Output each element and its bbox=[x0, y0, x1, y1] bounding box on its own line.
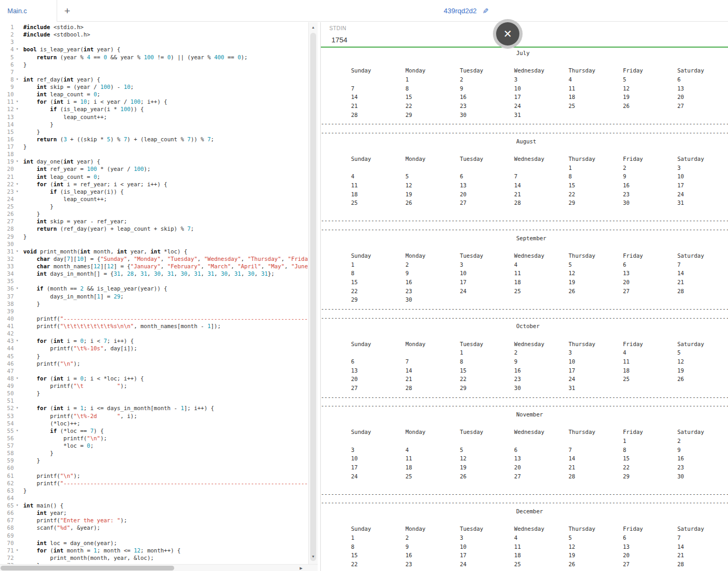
fold-marker-icon[interactable] bbox=[14, 367, 21, 375]
code-line[interactable]: int skip = year - ref_year; bbox=[23, 217, 308, 225]
code-line[interactable]: return (year % 4 == 0 && year % 100 != 0… bbox=[23, 53, 308, 61]
tab-main-c[interactable]: Main.c bbox=[0, 0, 57, 22]
code-line[interactable]: if (month == 2 && is_leap_year(year)) { bbox=[23, 285, 308, 292]
fold-marker-icon[interactable]: ▾ bbox=[14, 98, 21, 105]
code-line[interactable]: void print_month(int month, int year, in… bbox=[23, 248, 308, 255]
fold-marker-icon[interactable] bbox=[14, 554, 21, 561]
fold-marker-icon[interactable]: ▾ bbox=[14, 105, 21, 113]
fold-marker-icon[interactable]: ▾ bbox=[14, 404, 21, 412]
fold-marker-icon[interactable] bbox=[14, 195, 21, 203]
scroll-down-arrow-icon[interactable]: ▼ bbox=[309, 555, 318, 558]
fold-marker-icon[interactable] bbox=[14, 539, 21, 547]
fold-marker-icon[interactable] bbox=[14, 165, 21, 173]
code-line[interactable] bbox=[23, 494, 308, 502]
fold-marker-icon[interactable]: ▾ bbox=[14, 285, 21, 292]
fold-marker-icon[interactable] bbox=[14, 397, 21, 404]
code-line[interactable] bbox=[23, 367, 308, 375]
code-line[interactable]: #include <stdio.h> bbox=[23, 23, 308, 31]
code-line[interactable]: printf("\n"); bbox=[23, 472, 308, 479]
fold-marker-icon[interactable] bbox=[14, 464, 21, 472]
fold-marker-icon[interactable] bbox=[14, 270, 21, 277]
code-line[interactable]: return (ref_day(year) + leap_count + ski… bbox=[23, 225, 308, 232]
fold-marker-icon[interactable] bbox=[14, 262, 21, 270]
fold-marker-icon[interactable] bbox=[14, 113, 21, 121]
fold-marker-icon[interactable] bbox=[14, 61, 21, 68]
code-line[interactable]: printf("\t\t\t\t\t\t\t%s\n\n", month_nam… bbox=[23, 322, 308, 330]
stdin-section[interactable]: STDIN 1754 bbox=[321, 22, 728, 48]
fold-marker-icon[interactable] bbox=[14, 255, 21, 262]
fold-marker-icon[interactable]: ▾ bbox=[14, 46, 21, 53]
fold-marker-icon[interactable] bbox=[14, 532, 21, 539]
code-line[interactable]: int ref_day(int year) { bbox=[23, 76, 308, 83]
fold-marker-icon[interactable] bbox=[14, 150, 21, 158]
fold-marker-icon[interactable] bbox=[14, 143, 21, 150]
code-line[interactable]: *loc = 0; bbox=[23, 442, 308, 449]
code-line[interactable]: bool is_leap_year(int year) { bbox=[23, 46, 308, 53]
code-line[interactable]: for (int i = 0; i < *loc; i++) { bbox=[23, 375, 308, 382]
fold-marker-icon[interactable]: ▾ bbox=[14, 188, 21, 195]
fold-marker-icon[interactable] bbox=[14, 487, 21, 494]
fold-marker-icon[interactable] bbox=[14, 217, 21, 225]
code-line[interactable]: } bbox=[23, 457, 308, 464]
code-line[interactable]: for (int i = ref_year; i < year; i++) { bbox=[23, 180, 308, 188]
code-line[interactable]: int leap_count = 0; bbox=[23, 173, 308, 180]
fold-marker-icon[interactable] bbox=[14, 233, 21, 240]
fold-marker-icon[interactable] bbox=[14, 277, 21, 285]
code-line[interactable]: } bbox=[23, 487, 308, 494]
code-line[interactable]: for (int month = 1; month <= 12; month++… bbox=[23, 547, 308, 554]
editor-vertical-scrollbar[interactable]: ▲ ▼ bbox=[308, 22, 318, 571]
fold-marker-icon[interactable] bbox=[14, 479, 21, 487]
code-line[interactable]: scanf("%d", &year); bbox=[23, 524, 308, 531]
code-line[interactable]: printf("\t%-2d ", i); bbox=[23, 412, 308, 420]
code-line[interactable]: return (3 + ((skip * 5) % 7) + (leap_cou… bbox=[23, 135, 308, 143]
code-line[interactable]: (*loc)++; bbox=[23, 420, 308, 427]
code-line[interactable]: } bbox=[23, 143, 308, 150]
fold-marker-icon[interactable] bbox=[14, 412, 21, 420]
code-line[interactable]: if (is_leap_year(i)) { bbox=[23, 188, 308, 195]
code-line[interactable]: printf("\n"); bbox=[23, 434, 308, 442]
project-id[interactable]: 439rqd2d2 bbox=[444, 7, 477, 15]
fold-marker-icon[interactable] bbox=[14, 472, 21, 479]
code-line[interactable]: int day_one(int year) { bbox=[23, 158, 308, 165]
fold-marker-icon[interactable] bbox=[14, 83, 21, 90]
code-line[interactable]: } bbox=[23, 233, 308, 240]
fold-marker-icon[interactable] bbox=[14, 322, 21, 330]
code-line[interactable] bbox=[23, 277, 308, 285]
fold-marker-icon[interactable] bbox=[14, 442, 21, 449]
code-line[interactable]: char month_names[12][12] = {"January", "… bbox=[23, 262, 308, 270]
fold-marker-icon[interactable]: ▾ bbox=[14, 248, 21, 255]
code-line[interactable]: leap_count++; bbox=[23, 195, 308, 203]
fold-marker-icon[interactable] bbox=[14, 509, 21, 516]
fold-marker-icon[interactable]: ▾ bbox=[14, 547, 21, 554]
code-editor[interactable]: 1234▾5678▾91011▾12▾13141516171819▾202122… bbox=[0, 22, 308, 571]
fold-marker-icon[interactable] bbox=[14, 68, 21, 76]
code-line[interactable] bbox=[23, 68, 308, 76]
code-line[interactable]: } bbox=[23, 300, 308, 307]
horizontal-scroll-thumb[interactable] bbox=[1, 566, 174, 570]
close-output-button[interactable]: ✕ bbox=[496, 22, 519, 46]
code-line[interactable]: int ref_year = 100 * (year / 100); bbox=[23, 165, 308, 173]
fold-marker-icon[interactable] bbox=[14, 307, 21, 315]
code-line[interactable] bbox=[23, 38, 308, 46]
code-line[interactable]: int leap_count = 0; bbox=[23, 90, 308, 98]
fold-marker-icon[interactable] bbox=[14, 330, 21, 337]
fold-marker-icon[interactable]: ▾ bbox=[14, 158, 21, 165]
fold-marker-icon[interactable] bbox=[14, 173, 21, 180]
stdin-input[interactable]: 1754 bbox=[331, 36, 437, 44]
code-line[interactable]: } bbox=[23, 352, 308, 360]
scroll-right-arrow-icon[interactable]: ▶ bbox=[300, 566, 302, 570]
code-line[interactable] bbox=[23, 150, 308, 158]
fold-marker-icon[interactable] bbox=[14, 135, 21, 143]
code-line[interactable]: } bbox=[23, 61, 308, 68]
code-line[interactable]: printf("\t "); bbox=[23, 382, 308, 389]
code-line[interactable]: for (int i = 0; i < 7; i++) { bbox=[23, 337, 308, 345]
code-line[interactable]: } bbox=[23, 389, 308, 397]
fold-marker-icon[interactable] bbox=[14, 31, 21, 38]
fold-marker-icon[interactable] bbox=[14, 434, 21, 442]
code-line[interactable]: leap_count++; bbox=[23, 113, 308, 121]
fold-marker-icon[interactable] bbox=[14, 457, 21, 464]
code-line[interactable]: print_month(month, year, &loc); bbox=[23, 554, 308, 561]
code-line[interactable]: days_in_month[1] = 29; bbox=[23, 293, 308, 300]
editor-horizontal-scrollbar[interactable]: ▶ bbox=[0, 564, 318, 571]
code-line[interactable]: printf("\t%-10s", day[i]); bbox=[23, 345, 308, 352]
